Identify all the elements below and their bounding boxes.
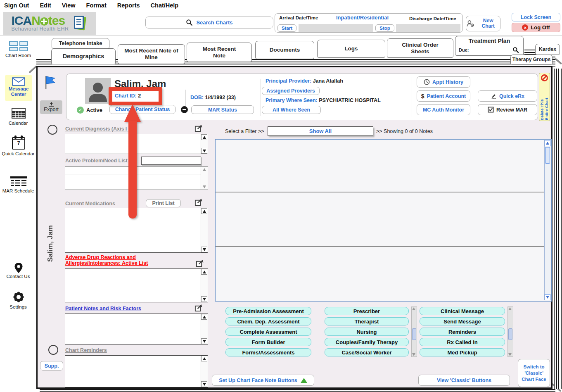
chart-reminders-title[interactable]: Chart Reminders: [65, 347, 107, 353]
notes-list[interactable]: [215, 139, 552, 302]
note-btn-couples-family[interactable]: Couples/Family Therapy: [325, 338, 409, 346]
arrival-date-field[interactable]: [299, 24, 373, 32]
edit-medications-icon[interactable]: [194, 198, 202, 206]
supp-button[interactable]: Supp.: [40, 361, 63, 371]
flag-icon[interactable]: [44, 75, 56, 90]
quick-erx-button[interactable]: Quick eRx: [478, 90, 537, 102]
filter-select-button[interactable]: Show All: [268, 126, 373, 136]
note-btn-clinical-message[interactable]: Clinical Message: [420, 307, 505, 315]
active-problem-input[interactable]: [141, 157, 201, 165]
diagnosis-radio[interactable]: [47, 125, 57, 135]
scroll-down[interactable]: [201, 381, 207, 387]
tab-most-recent-note-of-mine[interactable]: Most Recent Note of Mine: [118, 44, 185, 64]
menu-sign-out[interactable]: Sign Out: [4, 2, 29, 9]
view-classic-buttons-button[interactable]: View 'Classic' Buttons: [418, 375, 510, 386]
setup-chart-face-buttons-button[interactable]: Set Up Chart Face Note Buttons: [212, 375, 314, 386]
discharge-date-field[interactable]: [396, 24, 460, 32]
switch-classic-chart-face-button[interactable]: Switch to 'Classic' Chart Face: [518, 359, 550, 387]
edit-allergies-icon[interactable]: [196, 259, 204, 267]
log-off-button[interactable]: × Log Off: [512, 23, 560, 32]
tab-kardex[interactable]: Kardex: [535, 44, 560, 55]
menu-chat-help[interactable]: Chat/Help: [151, 2, 179, 9]
note-btn-reminders[interactable]: Reminders: [420, 328, 505, 336]
current-medications-listbox[interactable]: [65, 208, 208, 253]
tab-clinical-order-sheets[interactable]: Clinical Order Sheets: [387, 38, 453, 58]
scroll-down[interactable]: [201, 184, 207, 190]
menu-edit[interactable]: Edit: [40, 2, 51, 9]
tab-most-recent-note[interactable]: Most Recent Note: [187, 43, 252, 62]
current-diagnosis-listbox[interactable]: [65, 134, 208, 154]
lock-screen-button[interactable]: Lock Screen: [512, 13, 560, 21]
note-btn-col2-scrollbar[interactable]: [411, 306, 417, 357]
export-button[interactable]: Export: [40, 100, 62, 114]
scroll-up[interactable]: [201, 208, 207, 214]
new-chart-button[interactable]: New Chart: [466, 16, 500, 31]
tab-documents[interactable]: Documents: [255, 41, 314, 59]
chart-reminders-listbox[interactable]: [65, 355, 208, 387]
sidebar-item-message-center[interactable]: Message Center: [5, 75, 32, 101]
tab-logs[interactable]: Logs: [317, 40, 385, 58]
scroll-up[interactable]: [201, 134, 207, 140]
stop-button[interactable]: Stop: [375, 24, 394, 32]
scroll-down[interactable]: [201, 296, 207, 302]
tab-demographics[interactable]: Demographics: [51, 48, 116, 64]
note-btn-prescriber[interactable]: Prescriber: [325, 307, 409, 315]
current-medications-title[interactable]: Current Medications: [65, 201, 115, 207]
chart-room-icon[interactable]: [9, 41, 28, 51]
patient-account-button[interactable]: $ Patient Account: [417, 90, 470, 102]
mar-status-button[interactable]: MAR Status: [191, 105, 254, 114]
note-btn-med-pickup[interactable]: Med Pickup: [420, 348, 505, 356]
print-list-button[interactable]: Print List: [146, 199, 181, 207]
note-btn-case-social[interactable]: Case/Social Worker: [325, 348, 409, 356]
note-btn-rx-called-in[interactable]: Rx Called In: [420, 338, 505, 346]
calendar-icon[interactable]: [11, 107, 26, 119]
edit-patient-notes-icon[interactable]: [194, 304, 202, 312]
sidebar-item-contact-us[interactable]: Contact Us: [0, 274, 36, 279]
scroll-down[interactable]: [201, 148, 207, 154]
note-btn-form-builder[interactable]: Form Builder: [225, 338, 311, 346]
menu-view[interactable]: View: [62, 2, 76, 9]
tab-therapy-groups[interactable]: Therapy Groups: [510, 55, 553, 65]
delete-entire-chart-button[interactable]: Delete This Entire Chart: [539, 73, 550, 121]
chart-reminders-radio[interactable]: [48, 345, 58, 355]
scroll-down[interactable]: [201, 338, 207, 344]
treatment-plan-search-icon[interactable]: [512, 47, 519, 53]
review-mar-button[interactable]: Review MAR: [478, 104, 537, 115]
note-btn-nursing[interactable]: Nursing: [325, 328, 409, 336]
patient-notes-listbox[interactable]: [65, 314, 208, 344]
scroll-up[interactable]: [201, 166, 207, 172]
settings-gear-icon[interactable]: [12, 290, 25, 304]
current-diagnosis-title[interactable]: Current Diagnosis (Axis I - V): [65, 126, 137, 132]
tab-telephone-intake[interactable]: Telephone Intake: [52, 38, 109, 49]
notes-scrollbar[interactable]: [544, 140, 550, 300]
allergies-listbox[interactable]: [65, 268, 208, 302]
adverse-reactions-title[interactable]: Adverse Drug Reactions and Allergies/Int…: [65, 254, 148, 266]
scroll-thumb[interactable]: [545, 147, 550, 164]
note-btn-forms-assessments[interactable]: Forms/Assessments: [225, 348, 311, 356]
change-patient-status-button[interactable]: Change Patient Status: [109, 105, 175, 114]
scroll-up[interactable]: [545, 140, 550, 146]
scroll-down[interactable]: [545, 294, 550, 300]
scroll-up[interactable]: [201, 314, 207, 320]
edit-diagnosis-icon[interactable]: [194, 124, 202, 132]
all-where-seen-button[interactable]: All Where Seen: [262, 106, 321, 114]
scroll-thumb[interactable]: [412, 328, 416, 340]
sidebar-item-calendar[interactable]: Calendar: [0, 121, 36, 126]
sidebar-item-chart-room[interactable]: Chart Room: [0, 53, 36, 58]
search-charts-button[interactable]: Search Charts: [145, 17, 273, 29]
mc-auth-monitor-button[interactable]: MC Auth Monitor: [417, 104, 470, 115]
patient-avatar[interactable]: [85, 78, 111, 104]
note-btn-complete-assessment[interactable]: Complete Assessment: [225, 328, 311, 336]
note-btn-therapist[interactable]: Therapist: [325, 317, 409, 325]
menu-reports[interactable]: Reports: [117, 2, 140, 9]
assigned-providers-button[interactable]: Assigned Providers: [262, 87, 320, 95]
note-btn-col3-scrollbar[interactable]: [507, 306, 513, 357]
active-problem-listbox[interactable]: [65, 166, 208, 190]
scroll-thumb[interactable]: [508, 328, 512, 340]
inpatient-residential-link[interactable]: Inpatient/Residential: [336, 14, 389, 21]
start-button[interactable]: Start: [277, 24, 296, 32]
note-btn-pre-admission[interactable]: Pre-Admission Assessment: [225, 307, 311, 315]
scroll-down[interactable]: [201, 247, 207, 252]
note-btn-send-message[interactable]: Send Message: [420, 317, 505, 325]
menu-format[interactable]: Format: [86, 2, 107, 9]
